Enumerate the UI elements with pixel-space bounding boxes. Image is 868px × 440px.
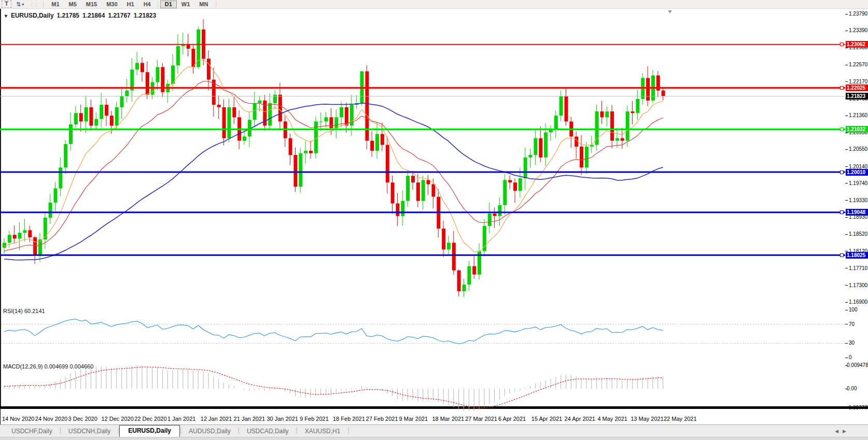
tab-separator: |: [347, 427, 349, 434]
price-axis-tick: [845, 217, 848, 218]
chart-tab-xauusd[interactable]: XAUUSD,H1: [298, 426, 348, 437]
price-axis-tick: [845, 302, 848, 303]
timeframe-button-m5[interactable]: M5: [64, 1, 81, 8]
macd-tick-label: -0.007778: [847, 405, 868, 411]
date-tick-label: 24 Apr 2021: [565, 416, 595, 422]
price-line-label[interactable]: 1.21032: [846, 126, 868, 133]
price-axis-tick: [845, 31, 848, 31]
price-axis-tick: [845, 183, 848, 183]
toolbar-separator: [43, 1, 44, 8]
macd-histogram: [4, 365, 663, 411]
price-axis-tick: [845, 81, 848, 82]
rsi-tick-label: 0: [849, 354, 852, 361]
line-anchor-handle[interactable]: [840, 86, 844, 90]
date-tick-label: 6 Apr 2021: [498, 416, 526, 422]
price-line-label[interactable]: 1.22025: [846, 84, 868, 91]
price-axis-tick: [845, 149, 848, 150]
price-tick-label: 1.19330: [849, 197, 867, 204]
arrows-tool-button[interactable]: ⇅ ▾: [15, 1, 25, 8]
date-tick-label: 14 Nov 2020: [2, 416, 34, 422]
tab-scroll-arrows: ◀▶: [835, 429, 850, 434]
chart-title: ▼EURUSD,Daily1.217851.218641.217671.2182…: [4, 12, 156, 19]
date-tick-label: 18 Mar 2021: [432, 416, 464, 422]
date-tick-label: 21 Jan 2021: [234, 416, 265, 422]
macd-tick-label: 0.009478: [847, 362, 868, 368]
price-tick-label: 1.17710: [849, 265, 867, 272]
rsi-line: [4, 319, 663, 344]
rsi-canvas[interactable]: [0, 306, 845, 360]
price-tick-label: 1.23390: [849, 27, 867, 34]
timeframe-button-d1[interactable]: D1: [160, 1, 177, 8]
text-tool-button[interactable]: T: [2, 1, 11, 8]
dropdown-caret-icon: ▾: [22, 2, 24, 7]
price-line-label[interactable]: 1.23062: [846, 41, 868, 48]
line-anchor-handle[interactable]: [840, 171, 844, 174]
rsi-axis-tick: [845, 358, 848, 358]
price-line-label[interactable]: 1.18025: [846, 252, 868, 259]
price-axis-tick: [845, 268, 848, 268]
rsi-tick-label: 100: [849, 307, 858, 313]
ohlc-open: 1.21785: [57, 12, 79, 19]
price-axis-tick: [845, 166, 848, 167]
ohlc-high: 1.21864: [82, 12, 105, 19]
chart-tab-eurusd[interactable]: EURUSD,Daily: [119, 425, 180, 437]
macd-signal-line: [4, 367, 663, 408]
chart-tab-usdchf[interactable]: USDCHF,Daily: [4, 426, 60, 437]
ohlc-close: 1.21823: [134, 12, 156, 19]
price-axis-tick: [845, 14, 848, 15]
symbol-dropdown-icon[interactable]: ▼: [4, 13, 8, 19]
price-axis-tick: [845, 285, 848, 286]
toolbar-separator: [158, 1, 158, 8]
date-tick-label: 3 Dec 2020: [68, 416, 97, 422]
price-tick-label: 1.19740: [849, 180, 867, 187]
macd-label: MACD(12,26,9) 0.004699 0.004660: [3, 363, 93, 370]
line-anchor-handle[interactable]: [840, 253, 844, 257]
price-axis-tick: [845, 200, 848, 201]
rsi-tick-label: 30: [849, 340, 855, 346]
timeframe-button-m1[interactable]: M1: [47, 1, 64, 8]
price-tick-label: 1.22170: [849, 79, 867, 85]
top-toolbar: T ⇅ ▾ ⋮⋮ M1M5M15M30H1H4D1W1MN: [0, 0, 868, 9]
price-tick-label: 1.20550: [849, 146, 867, 152]
toolbar-grip[interactable]: ⋮⋮: [29, 2, 38, 7]
date-tick-label: 13 May 2021: [631, 416, 664, 422]
timeframe-button-m15[interactable]: M15: [81, 1, 102, 8]
chart-tab-audusd[interactable]: AUDUSD,Daily: [181, 426, 238, 437]
date-tick-label: 15 Apr 2021: [531, 416, 562, 422]
line-anchor-handle[interactable]: [840, 127, 844, 131]
rsi-axis-tick: [845, 310, 848, 310]
date-tick-label: 1 Jan 2021: [167, 416, 195, 422]
price-line-label[interactable]: 1.20010: [846, 169, 868, 176]
price-axis-tick: [845, 65, 848, 65]
date-tick-label: 24 Nov 2020: [35, 416, 67, 422]
chart-window: ▼EURUSD,Daily1.217851.218641.217671.2182…: [0, 0, 868, 440]
date-tick-label: 12 Jan 2021: [201, 416, 232, 422]
date-tick-label: 9 Mar 2021: [399, 416, 428, 422]
price-tick-label: 1.22570: [849, 62, 867, 68]
price-axis-tick: [845, 116, 848, 116]
timeframe-button-h1[interactable]: H1: [122, 1, 139, 8]
timeframe-button-h4[interactable]: H4: [139, 1, 156, 8]
price-line-label[interactable]: 1.19048: [846, 209, 868, 216]
timeframe-button-w1[interactable]: W1: [177, 1, 195, 8]
timeframe-button-m30[interactable]: M30: [102, 1, 122, 8]
macd-canvas[interactable]: [0, 362, 845, 414]
price-chart-canvas[interactable]: [0, 10, 845, 305]
timeframe-button-mn[interactable]: MN: [194, 1, 213, 8]
chart-tab-usdcad[interactable]: USDCAD,Daily: [240, 426, 296, 437]
window-bottom-strip: [0, 437, 868, 440]
price-tick-label: 1.18520: [849, 231, 867, 237]
ma-fast-line: [4, 60, 663, 252]
rsi-label: RSI(14) 60.2141: [3, 308, 45, 314]
rsi-axis-tick: [845, 343, 848, 344]
chart-tabbar: USDCHF,Daily|USDCNH,Daily|EURUSD,Daily|A…: [0, 424, 868, 437]
price-axis-tick: [845, 234, 848, 235]
ma-slow-line: [4, 103, 663, 260]
line-anchor-handle[interactable]: [840, 42, 844, 46]
date-tick-label: 18 Feb 2021: [333, 416, 365, 422]
tab-scroll-left-button[interactable]: ◀: [835, 429, 843, 434]
chart-tab-usdcnh[interactable]: USDCNH,Daily: [61, 426, 118, 437]
line-anchor-handle[interactable]: [840, 210, 844, 214]
tab-scroll-right-button[interactable]: ▶: [843, 429, 850, 434]
chart-shift-marker[interactable]: [668, 10, 672, 13]
